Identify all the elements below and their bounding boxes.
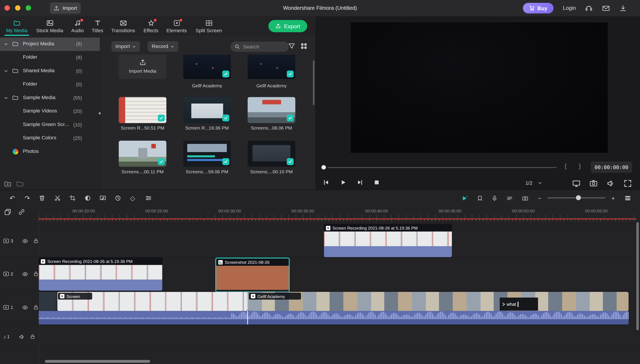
snapshot-icon[interactable] <box>520 193 530 204</box>
marker-icon[interactable] <box>474 193 485 204</box>
redo-icon[interactable]: ↷ <box>22 193 33 204</box>
eye-icon[interactable] <box>22 238 28 244</box>
timeline-ruler[interactable]: 00:00:20:00 00:00:25:00 00:00:30:00 00:0… <box>0 206 640 218</box>
media-thumbnail[interactable] <box>183 97 231 123</box>
eye-icon[interactable] <box>22 271 28 277</box>
speed-icon[interactable] <box>113 193 123 204</box>
track-manager-icon[interactable] <box>622 193 633 204</box>
media-item[interactable]: Screen R...50.51 PM <box>119 97 167 123</box>
media-thumbnail[interactable] <box>119 141 167 167</box>
chevron-down-icon[interactable] <box>4 42 8 46</box>
media-thumbnail[interactable] <box>183 141 231 167</box>
check-icon[interactable] <box>222 158 229 165</box>
snapshot-camera-icon[interactable] <box>589 179 598 188</box>
media-item[interactable]: Screens....00.15 PM <box>248 141 295 167</box>
sidebar-item-folder-2[interactable]: Folder (0) <box>0 78 100 91</box>
zoom-in-icon[interactable]: + <box>608 193 618 204</box>
tab-titles[interactable]: Titles <box>90 18 105 35</box>
seek-bar[interactable] <box>328 167 557 168</box>
lock-icon[interactable] <box>33 304 39 310</box>
lock-icon[interactable] <box>30 334 35 340</box>
tab-effects[interactable]: Effects <box>142 18 160 35</box>
voiceover-mic-icon[interactable] <box>489 193 500 204</box>
timeline-clip-v3[interactable]: Screen Recording 2021-08-26 at 5.19.36 P… <box>324 224 452 257</box>
trash-icon[interactable] <box>37 193 47 204</box>
check-icon[interactable] <box>158 158 165 165</box>
next-frame-icon[interactable] <box>356 179 363 186</box>
audio-mixer-icon[interactable] <box>504 193 515 204</box>
record-dropdown[interactable]: Record <box>148 41 178 52</box>
volume-icon[interactable] <box>607 179 615 188</box>
media-thumbnail[interactable] <box>183 55 231 79</box>
check-icon[interactable] <box>287 158 294 165</box>
zoom-slider-handle[interactable] <box>576 195 581 200</box>
support-headset-icon[interactable] <box>585 4 593 12</box>
tab-stock-media[interactable]: Stock Media <box>35 18 65 35</box>
sidebar-item-sample-media[interactable]: Sample Media (55) <box>0 91 100 105</box>
sidebar-item-sample-videos[interactable]: Sample Videos (20) <box>0 105 100 118</box>
media-panel-scrollbar[interactable] <box>313 60 314 105</box>
undo-icon[interactable]: ↶ <box>7 193 18 204</box>
media-item[interactable]: Screens....59.06 PM <box>183 141 231 167</box>
render-preview-icon[interactable] <box>459 193 470 204</box>
check-icon[interactable] <box>287 114 294 121</box>
media-thumbnail[interactable] <box>119 97 167 123</box>
mark-in-icon[interactable]: { <box>565 162 567 169</box>
import-media-tile[interactable]: Import Media <box>119 55 167 79</box>
tab-transitions[interactable]: Transitions <box>109 18 138 35</box>
color-correction-icon[interactable] <box>83 193 93 204</box>
sidebar-item-project-media[interactable]: Project Media (8) <box>0 38 100 51</box>
grid-view-icon[interactable] <box>300 42 308 50</box>
buy-button[interactable]: Buy <box>523 3 554 14</box>
sidebar-item-photos[interactable]: Photos <box>0 145 100 159</box>
playhead-handle[interactable] <box>321 165 326 170</box>
import-dropdown[interactable]: Import <box>111 41 140 52</box>
timeline-clip-v1b[interactable]: Gellf Academy what <box>248 292 628 311</box>
speaker-icon[interactable] <box>19 334 25 340</box>
chevron-down-icon[interactable] <box>4 69 8 73</box>
tab-audio[interactable]: Audio <box>69 18 86 35</box>
audio-waveform[interactable] <box>39 311 628 325</box>
media-item[interactable]: Screens....00.11 PM <box>119 141 167 167</box>
advanced-edit-icon[interactable] <box>97 193 108 204</box>
preview-page-dropdown[interactable]: 1/2 <box>525 180 542 186</box>
eye-icon[interactable] <box>22 304 28 310</box>
filter-icon[interactable] <box>288 42 295 50</box>
vertical-scrollbar[interactable] <box>636 222 639 330</box>
stop-icon[interactable] <box>373 179 380 186</box>
media-item[interactable]: Screens...08.06 PM <box>248 97 295 123</box>
zoom-out-icon[interactable]: − <box>534 193 545 204</box>
tab-split-screen[interactable]: Split Screen <box>193 18 224 35</box>
check-icon[interactable] <box>287 70 294 77</box>
horizontal-scrollbar[interactable] <box>45 360 150 363</box>
fullscreen-icon[interactable] <box>624 179 632 188</box>
media-thumbnail[interactable] <box>248 97 295 123</box>
media-item[interactable]: Gellf Academy <box>248 55 295 79</box>
timeline-clip-v1-tail[interactable] <box>39 292 57 311</box>
media-thumbnail[interactable] <box>248 141 295 167</box>
media-item[interactable]: Gellf Academy <box>183 55 231 79</box>
adjust-icon[interactable] <box>143 193 154 204</box>
timeline-clip-v2a[interactable]: Screen Recording 2021-08-26 at 5.19.36 P… <box>39 258 162 291</box>
folder-icon[interactable] <box>16 180 24 188</box>
mail-icon[interactable] <box>602 4 610 12</box>
tab-my-media[interactable]: My Media <box>5 18 29 35</box>
tab-elements[interactable]: Elements <box>165 18 188 35</box>
media-item[interactable]: Screen R...19.36 PM <box>183 97 231 123</box>
mark-out-icon[interactable]: } <box>579 162 581 169</box>
export-button[interactable]: Export <box>268 20 307 32</box>
sidebar-item-sample-colors[interactable]: Sample Colors (25) <box>0 132 100 145</box>
check-icon[interactable] <box>222 70 229 77</box>
sidebar-item-folder-1[interactable]: Folder (8) <box>0 51 100 64</box>
scissors-icon[interactable] <box>52 193 63 204</box>
search-box[interactable] <box>230 42 289 52</box>
lock-icon[interactable] <box>33 238 39 244</box>
previous-frame-icon[interactable] <box>323 179 330 186</box>
mirror-display-icon[interactable] <box>572 179 581 188</box>
check-icon[interactable] <box>222 114 229 121</box>
play-icon[interactable] <box>340 179 347 186</box>
lock-icon[interactable] <box>33 271 39 277</box>
timeline-clip-v1a[interactable]: Screen <box>57 292 247 311</box>
media-thumbnail[interactable] <box>248 55 295 79</box>
new-folder-icon[interactable] <box>4 180 11 188</box>
